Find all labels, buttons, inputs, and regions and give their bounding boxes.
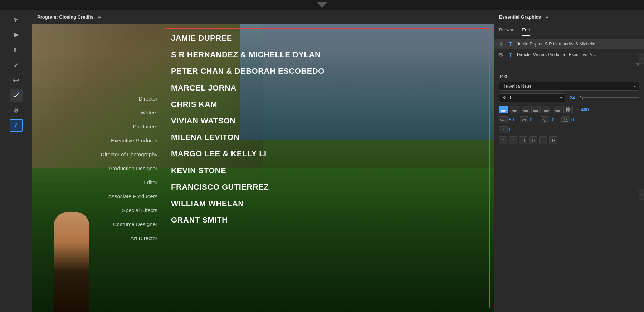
align-justify-right-btn[interactable] [553,106,562,113]
panel-collapse-arrow-bottom[interactable]: › [639,189,644,200]
font-style-row: Bold ▾ 24 [499,93,639,102]
align-justify-left-btn[interactable] [542,106,551,113]
tracking-va2-value: 0 [530,117,537,122]
slip-tool[interactable] [10,74,23,87]
ripple-edit-tool[interactable] [10,44,23,57]
leading-value: -0 [551,117,558,122]
slider-thumb[interactable] [580,96,583,99]
credit-name-4: MARCEL JORNA [171,80,484,96]
role-producers: Producers [43,120,165,133]
layer-type-text-2: T [507,51,514,58]
kerning-item: ⊙ 0 [499,126,516,133]
style-smallcaps-btn[interactable]: Tt [529,136,537,144]
font-style-selector[interactable]: Bold ▾ [499,93,565,102]
left-credits: Director Writers Producers Executive Pro… [32,24,165,312]
tab-browse[interactable]: Browse [499,24,514,36]
style-allcaps-btn[interactable]: TT [519,136,527,144]
style-bold-btn[interactable]: T [499,136,507,144]
align-vertical-btn[interactable] [564,106,573,113]
role-associate-producers: Associate Producers [43,189,165,203]
video-area[interactable]: Director Writers Producers Executive Pro… [32,24,494,312]
role-costume-designer: Costume Designer [43,217,165,231]
credit-name-1: JAMIE DUPREE [171,30,484,47]
eg-menu-icon[interactable]: ≡ [545,14,548,20]
style-sub-btn[interactable]: T₁ [549,136,557,144]
style-dropdown-arrow: ▾ [560,96,562,100]
width-value: 400 [581,107,589,112]
role-production-designer: Production Designer [43,161,165,175]
program-menu-icon[interactable]: ≡ [98,14,101,20]
track-select-tool[interactable] [10,29,23,42]
svg-rect-0 [14,48,16,52]
layer-eye-2[interactable] [498,52,504,58]
razor-tool[interactable] [10,59,23,72]
credit-name-7: MILENA LEVITON [171,129,484,146]
tracking-va-icon[interactable]: VA↔ [499,116,508,123]
align-justify-btn[interactable] [531,106,541,113]
credit-name-6: VIVIAN WATSON [171,113,484,129]
font-size-value: 24 [568,95,577,101]
credit-name-5: CHRIS KAM [171,96,484,113]
svg-text:Aa: Aa [564,118,567,121]
baseline-value: 0 [571,117,579,122]
font-selector[interactable]: Helvetica Neue ▾ [499,82,639,91]
style-super-btn[interactable]: T' [539,136,547,144]
font-name-label: Helvetica Neue [502,84,634,89]
eg-title: Essential Graphics [499,14,541,20]
right-credits-box: JAMIE DUPREE S R HERNANDEZ & MICHELLE DY… [165,28,490,308]
role-director: Director [43,92,165,106]
align-right-btn[interactable] [521,106,530,113]
left-toolbar: T [0,10,32,312]
tab-edit[interactable]: Edit [522,24,530,36]
alignment-row: ↔ 400 [499,106,639,113]
program-title: Program: Closing Credits [37,14,93,20]
align-center-btn[interactable] [510,106,519,113]
text-tool[interactable]: T [10,119,23,132]
tracking-va2-icon[interactable]: V/A [520,116,528,123]
layer-label-1: Jamie Dupree S R Hernandez & Michelle ..… [517,42,640,47]
essential-graphics-panel: Essential Graphics ≡ Browse Edit T Jamie… [494,10,644,312]
tracking-row: VA↔ 50 V/A 0 A -0 Aa 0 [499,116,639,123]
program-header: Program: Closing Credits ≡ [32,10,494,24]
eg-tabs: Browse Edit [494,24,644,36]
font-dropdown-arrow: ▾ [634,84,636,88]
role-art-director: Art Director [43,231,165,245]
layer-eye-1[interactable] [498,41,504,47]
svg-point-1 [18,92,19,94]
svg-point-5 [500,54,502,55]
layer-item-1[interactable]: T Jamie Dupree S R Hernandez & Michelle … [494,39,644,49]
credit-name-12: GRANT SMITH [171,212,484,228]
select-tool[interactable] [10,14,23,26]
font-style-label: Bold [502,95,560,100]
role-special-effects: Special Effects [43,203,165,217]
leading-icon[interactable]: A [541,116,549,123]
tracking-va-value: 50 [509,117,516,122]
layer-label-2: Director Writers Producers Executive Pr.… [517,52,640,57]
hand-tool[interactable] [10,104,23,117]
layer-type-text-1: T [507,40,514,48]
layer-item-2[interactable]: T Director Writers Producers Executive P… [494,49,644,60]
panel-collapse-arrow-top[interactable]: › [639,53,644,64]
kerning-row: ⊙ 0 [499,126,639,133]
tracking-va2-item: V/A 0 [520,116,537,123]
kerning-value: 0 [509,127,516,132]
credit-name-2: S R HERNANDEZ & MICHELLE DYLAN [171,47,484,63]
role-writers: Writers [43,106,165,120]
top-arrow-indicator [317,2,327,8]
role-dop: Director of Photography [43,147,165,161]
baseline-icon[interactable]: Aa [561,116,570,123]
credit-name-3: PETER CHAN & DEBORAH ESCOBEDO [171,63,484,79]
credit-name-11: WILLIAM WHELAN [171,195,484,212]
tracking-va-item: VA↔ 50 [499,116,516,123]
font-size-slider[interactable] [580,97,639,98]
role-executive-producer: Executive Producer [43,133,165,147]
style-italic-btn[interactable]: T [509,136,517,144]
kerning-icon[interactable]: ⊙ [499,126,508,133]
eg-header: Essential Graphics ≡ [494,10,644,24]
role-editor: Editor [43,175,165,189]
align-left-btn[interactable] [499,106,508,113]
credit-name-10: FRANCISCO GUTIERREZ [171,179,484,195]
baseline-item: Aa 0 [561,116,579,123]
pen-tool[interactable] [10,89,23,102]
credit-name-9: KEVIN STONE [171,162,484,179]
